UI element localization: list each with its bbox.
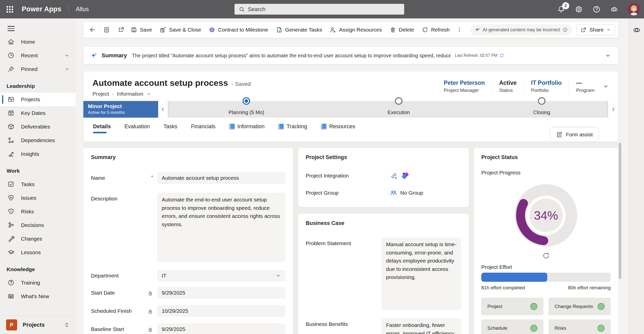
area-switcher[interactable]: P Projects (0, 315, 76, 334)
sidebar-item-label: Recent (21, 53, 38, 59)
sidebar-item-decisions[interactable]: Decisions (0, 218, 76, 232)
share-button[interactable]: Share (576, 24, 615, 35)
assign-resources-button[interactable]: Assign Resources (326, 24, 386, 36)
copilot-icon[interactable] (610, 5, 618, 13)
form-selector[interactable]: Information (117, 91, 143, 97)
more-commands-button[interactable] (454, 24, 465, 36)
project-logo-icon[interactable] (401, 171, 410, 180)
description-textarea[interactable]: Automate the end-to-end user account set… (157, 193, 285, 262)
bpf-active-stage-chip[interactable]: Minor Project Active for 5 months (83, 101, 158, 118)
collapse-sidebar-button[interactable] (8, 24, 15, 33)
vertical-scrollbar[interactable] (619, 143, 621, 332)
help-icon[interactable] (592, 5, 601, 13)
project-integration-value[interactable] (390, 171, 410, 180)
baseline-start-input[interactable]: 9/29/2025 (157, 323, 285, 334)
bpf-stage-execution[interactable]: Execution (348, 101, 449, 118)
updown-chevron-icon[interactable] (64, 322, 70, 328)
tab-financials[interactable]: Financials (191, 122, 216, 134)
tab-tracking[interactable]: Tracking (278, 122, 307, 134)
stage-radio-current[interactable] (243, 97, 250, 105)
sidebar-item-insights[interactable]: Insights (0, 147, 76, 161)
bpf-scroll-left-button[interactable] (158, 101, 168, 118)
search-icon (239, 6, 245, 12)
business-benefits-textarea[interactable]: Faster onboarding, fewer errors, improve… (381, 318, 461, 334)
sidebar-item-changes[interactable]: Changes (0, 232, 76, 246)
form-assist-button[interactable]: Form assist (550, 127, 599, 141)
user-avatar[interactable] (628, 3, 640, 15)
tab-details[interactable]: Details (93, 122, 111, 134)
header-field-portfolio[interactable]: IT Portfolio Portfolio (524, 79, 569, 94)
scrollbar-thumb[interactable] (619, 143, 621, 279)
refresh-button[interactable]: Refresh (418, 24, 454, 36)
expand-header-chevron-icon[interactable] (603, 83, 609, 90)
sidebar-item-home[interactable]: Home (0, 35, 76, 49)
stage-radio[interactable] (395, 97, 402, 105)
form-scroll-area: Summary Name* Automate account setup pro… (83, 141, 618, 334)
status-tile-change-requests[interactable]: Change Requests (548, 298, 611, 315)
refresh-icon[interactable] (499, 53, 504, 58)
settings-gear-icon[interactable] (575, 5, 583, 13)
status-tile-risks[interactable]: Risks (548, 319, 611, 334)
sidebar-item-risks[interactable]: Risks (0, 205, 76, 218)
department-select[interactable]: IT (157, 270, 285, 281)
header-field-project-manager[interactable]: Peter Peterson Project Manager (437, 79, 492, 94)
tab-tasks[interactable]: Tasks (163, 122, 177, 134)
section-title: Project Status (481, 154, 611, 161)
scheduled-finish-input[interactable]: 10/29/2025 (157, 305, 285, 317)
environment-name[interactable]: Altus (76, 6, 89, 13)
tab-information[interactable]: Information (229, 122, 265, 134)
project-group-value[interactable]: No Group (390, 189, 423, 196)
back-button[interactable] (86, 24, 98, 36)
start-date-input[interactable]: 9/29/2025 (157, 287, 285, 299)
save-button[interactable]: Save (127, 24, 156, 36)
form-selector-button[interactable] (101, 24, 112, 36)
header-field-status[interactable]: Active Status (492, 79, 524, 94)
header-field-program[interactable]: --- Program (569, 79, 602, 94)
expand-summary-chevron-icon[interactable] (605, 52, 611, 59)
bpf-stage-closing[interactable]: Closing (491, 101, 592, 118)
sidebar-item-whats-new[interactable]: What's New (0, 290, 76, 303)
delete-button[interactable]: Delete (386, 24, 418, 36)
field-label: Portfolio (531, 88, 562, 93)
status-tile-project[interactable]: Project (481, 298, 543, 315)
field-label: Project Integration (306, 173, 390, 179)
bpf-stage-label: Execution (388, 110, 410, 115)
sidebar-item-tasks[interactable]: Tasks (0, 177, 76, 191)
sidebar-item-recent[interactable]: Recent (0, 49, 76, 62)
copilot-panel-icon[interactable] (633, 26, 641, 34)
sidebar-item-projects[interactable]: Projects (0, 93, 76, 106)
bpf-scroll-right-button[interactable] (608, 101, 618, 118)
chart-refresh-icon[interactable] (542, 252, 550, 260)
link-add-icon[interactable] (390, 172, 398, 179)
sidebar-item-dependencies[interactable]: Dependencies (0, 134, 76, 147)
sidebar-item-training[interactable]: Training (0, 276, 76, 290)
contract-to-milestone-button[interactable]: Contract to Milestone (205, 24, 272, 36)
chevron-down-icon[interactable] (146, 92, 151, 96)
tab-evaluation[interactable]: Evaluation (125, 122, 150, 134)
field-value[interactable]: IT Portfolio (531, 80, 562, 86)
sidebar-item-key-dates[interactable]: Key Dates (0, 106, 76, 120)
tab-resources[interactable]: Resources (321, 122, 355, 134)
sidebar-item-lessons[interactable]: Lessons (0, 246, 76, 259)
notifications-button[interactable]: 2 (557, 5, 565, 13)
chevron-down-icon[interactable] (64, 53, 70, 58)
field-label: Baseline Start (91, 326, 124, 332)
global-search-input[interactable]: Search (234, 4, 404, 15)
stage-radio[interactable] (538, 97, 545, 105)
popout-button[interactable] (115, 24, 127, 36)
button-label: Share (589, 27, 604, 33)
app-launcher-icon[interactable] (7, 6, 13, 13)
save-and-close-button[interactable]: Save & Close (156, 24, 205, 36)
problem-statement-textarea[interactable]: Manual account setup is time-consuming, … (381, 238, 461, 310)
info-icon[interactable] (563, 27, 568, 32)
chevron-down-icon[interactable] (64, 66, 70, 72)
bpf-stage-planning[interactable]: Planning (5 Mo) (196, 101, 297, 118)
app-brand[interactable]: Power Apps (22, 5, 61, 13)
sidebar-item-pinned[interactable]: Pinned (0, 62, 76, 76)
field-value[interactable]: Peter Peterson (444, 80, 485, 86)
sidebar-item-issues[interactable]: Issues (0, 191, 76, 205)
generate-tasks-button[interactable]: Generate Tasks (272, 24, 326, 36)
status-tile-schedule[interactable]: Schedule (481, 319, 543, 334)
name-input[interactable]: Automate account setup process (157, 172, 285, 184)
sidebar-item-deliverables[interactable]: Deliverables (0, 120, 76, 134)
